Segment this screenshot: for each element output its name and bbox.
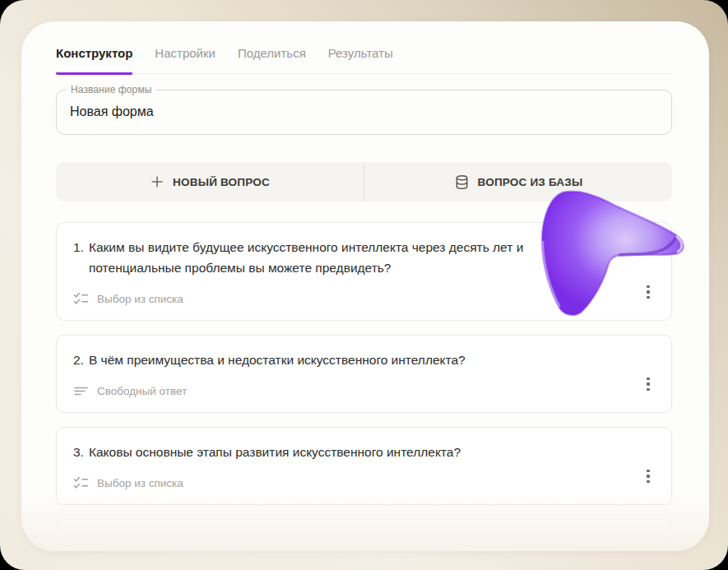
checklist-icon — [73, 476, 89, 489]
question-menu-button[interactable] — [638, 465, 658, 488]
question-title: 3. Каковы основные этапы развития искусс… — [73, 442, 612, 462]
question-card-2[interactable]: 2. В чём преимущества и недостатки искус… — [56, 335, 672, 413]
question-type-label: Выбор из списка — [97, 477, 183, 489]
question-text: Кто считается отцом искусственного интел… — [89, 539, 382, 551]
tab-share[interactable]: Поделиться — [238, 43, 306, 75]
app-background: Конструктор Настройки Поделиться Результ… — [0, 0, 728, 570]
form-name-field[interactable]: Название формы Новая форма — [56, 90, 672, 135]
text-lines-icon — [73, 384, 89, 397]
question-number: 3. — [73, 442, 84, 462]
question-text: В чём преимущества и недостатки искусств… — [89, 350, 466, 370]
question-text: Каким вы видите будущее искусственного и… — [89, 237, 612, 278]
question-text: Каковы основные этапы развития искусстве… — [89, 442, 461, 462]
tab-bar: Конструктор Настройки Поделиться Результ… — [56, 43, 672, 74]
question-card-3[interactable]: 3. Каковы основные этапы развития искусс… — [56, 427, 672, 505]
question-title: 4. Кто считается отцом искусственного ин… — [73, 539, 612, 551]
form-name-label: Название формы — [67, 84, 155, 95]
question-menu-button[interactable] — [638, 373, 658, 396]
question-type-row: Выбор из списка — [73, 476, 655, 489]
database-icon — [454, 174, 470, 190]
tab-settings[interactable]: Настройки — [155, 43, 216, 75]
question-number: 1. — [73, 237, 84, 278]
new-question-button[interactable]: НОВЫЙ ВОПРОС — [56, 162, 364, 202]
tab-constructor[interactable]: Конструктор — [56, 43, 132, 75]
question-type-label: Свободный ответ — [97, 385, 187, 397]
new-question-label: НОВЫЙ ВОПРОС — [173, 176, 270, 188]
plus-icon — [150, 174, 165, 189]
question-title: 2. В чём преимущества и недостатки искус… — [73, 350, 612, 370]
question-type-label: Выбор из списка — [97, 293, 183, 305]
question-number: 4. — [73, 539, 84, 551]
question-type-row: Свободный ответ — [73, 384, 655, 397]
purple-3d-cursor-decoration — [535, 184, 699, 324]
question-title: 1. Каким вы видите будущее искусственног… — [73, 237, 612, 278]
checklist-icon — [73, 292, 89, 305]
question-number: 2. — [73, 350, 84, 370]
tab-results[interactable]: Результаты — [328, 43, 393, 75]
question-card-4[interactable]: 4. Кто считается отцом искусственного ин… — [56, 519, 672, 551]
